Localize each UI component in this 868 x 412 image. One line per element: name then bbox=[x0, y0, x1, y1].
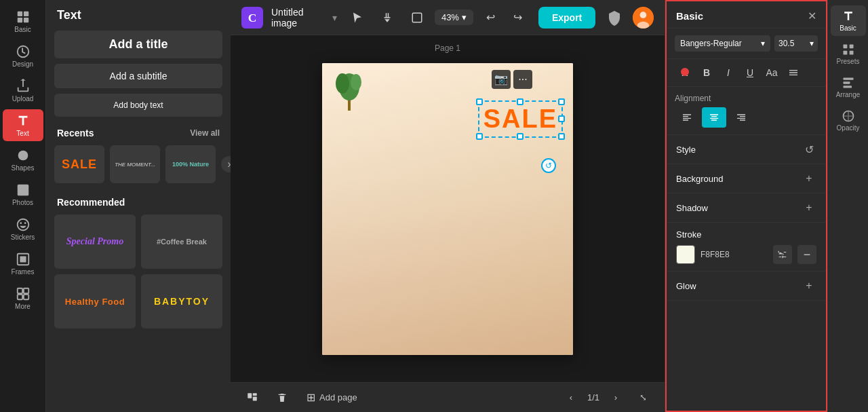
style-refresh-button[interactable]: ↺ bbox=[802, 142, 816, 157]
right-sidebar-basic[interactable]: Basic bbox=[831, 5, 866, 36]
page-next-button[interactable]: › bbox=[605, 387, 627, 409]
sidebar-item-templates[interactable]: Basic bbox=[3, 5, 43, 37]
align-right-button[interactable] bbox=[729, 107, 753, 128]
shield-icon bbox=[604, 7, 625, 29]
background-add-button[interactable]: + bbox=[802, 171, 816, 186]
delete-button[interactable] bbox=[271, 387, 293, 409]
right-sidebar-opacity[interactable]: Opacity bbox=[831, 105, 866, 136]
add-title-button[interactable]: Add a title bbox=[54, 31, 222, 58]
sidebar-item-shapes[interactable]: Shapes bbox=[3, 144, 43, 176]
font-family-value: Bangers-Regular bbox=[680, 39, 742, 48]
recommended-section-header: Recommended bbox=[46, 189, 231, 212]
right-sidebar-presets[interactable]: Presets bbox=[831, 39, 866, 69]
canvas-viewport[interactable]: Page 1 SALE bbox=[231, 35, 665, 382]
close-basic-panel-button[interactable]: ✕ bbox=[808, 10, 816, 22]
recents-label: Recents bbox=[57, 128, 94, 138]
right-sidebar-opacity-label: Opacity bbox=[837, 124, 860, 132]
sidebar-item-stickers[interactable]: Stickers bbox=[3, 213, 43, 245]
svg-rect-24 bbox=[253, 393, 257, 396]
rec-item-babytoy[interactable]: BABYTOY bbox=[141, 274, 222, 329]
export-button[interactable]: Export bbox=[538, 7, 595, 29]
underline-button[interactable]: U bbox=[740, 63, 760, 82]
svg-rect-12 bbox=[23, 295, 28, 299]
sidebar-item-design-label: Design bbox=[12, 60, 33, 68]
pan-tool-button[interactable] bbox=[375, 5, 399, 30]
align-left-button[interactable] bbox=[675, 107, 699, 128]
recent-item-moment[interactable]: THE MOMENT... bbox=[110, 145, 160, 183]
selection-handle-bm[interactable] bbox=[517, 133, 524, 140]
stroke-adjust-button[interactable] bbox=[773, 245, 792, 264]
canvas-element-toolbar: 📷 ··· bbox=[492, 70, 532, 89]
case-button[interactable]: Aa bbox=[762, 63, 782, 82]
background-section[interactable]: Background + bbox=[667, 164, 826, 193]
alignment-buttons bbox=[675, 107, 818, 128]
view-all-link[interactable]: View all bbox=[190, 128, 220, 138]
sidebar-item-text[interactable]: Text bbox=[3, 109, 43, 141]
style-section[interactable]: Style ↺ bbox=[667, 135, 826, 164]
undo-button[interactable]: ↩ bbox=[479, 5, 503, 30]
add-page-icon-button[interactable] bbox=[241, 387, 263, 409]
canvas-frame[interactable]: SALE ↺ 📷 ··· bbox=[322, 63, 573, 355]
rec-item-coffee-break[interactable]: #Coffee Break bbox=[141, 214, 222, 269]
redo-button[interactable]: ↪ bbox=[506, 5, 530, 30]
document-title[interactable]: Untitled image ▾ bbox=[271, 7, 337, 29]
add-subtitle-button[interactable]: Add a subtitle bbox=[54, 64, 222, 88]
sidebar-item-design[interactable]: Design bbox=[3, 40, 43, 72]
svg-point-21 bbox=[336, 73, 349, 94]
bottom-bar: ⊞ Add page ‹ 1/1 › ⤡ bbox=[231, 382, 665, 412]
selection-handle-mr[interactable] bbox=[558, 115, 565, 122]
glow-section[interactable]: Glow + bbox=[667, 271, 826, 301]
selection-handle-br[interactable] bbox=[558, 133, 565, 140]
text-color-button[interactable]: A bbox=[675, 63, 695, 82]
right-sidebar-basic-label: Basic bbox=[840, 24, 856, 32]
stroke-color-swatch[interactable] bbox=[676, 245, 695, 264]
svg-rect-9 bbox=[17, 288, 22, 293]
spacing-button[interactable] bbox=[783, 63, 804, 82]
canvas-more-icon[interactable]: ··· bbox=[513, 70, 532, 89]
svg-rect-29 bbox=[849, 51, 853, 55]
selection-handle-tr[interactable] bbox=[558, 98, 565, 105]
stroke-remove-button[interactable]: − bbox=[797, 245, 816, 264]
sidebar-item-photos[interactable]: Photos bbox=[3, 179, 43, 210]
svg-rect-2 bbox=[17, 18, 22, 22]
recent-item-nature[interactable]: 100% Nature bbox=[165, 145, 216, 183]
rec-healthy-food-text: Healthy Food bbox=[65, 297, 125, 307]
background-label: Background bbox=[676, 174, 723, 184]
right-sidebar-arrange[interactable]: Arrange bbox=[831, 72, 866, 102]
sidebar-item-more-label: More bbox=[15, 303, 31, 310]
recent-item-sale[interactable]: SALE bbox=[54, 145, 104, 183]
italic-button[interactable]: I bbox=[718, 63, 738, 82]
bold-button[interactable]: B bbox=[696, 63, 717, 82]
user-avatar[interactable] bbox=[633, 7, 654, 29]
sidebar-item-more[interactable]: More bbox=[3, 282, 43, 314]
svg-rect-32 bbox=[843, 86, 852, 88]
rec-item-healthy-food[interactable]: Healthy Food bbox=[54, 274, 136, 329]
sidebar-item-upload-label: Upload bbox=[12, 95, 34, 102]
expand-canvas-button[interactable]: ⤡ bbox=[632, 387, 654, 409]
selection-handle-tl[interactable] bbox=[476, 98, 483, 105]
canvas-image-icon[interactable]: 📷 bbox=[492, 70, 511, 89]
sidebar-item-upload[interactable]: Upload bbox=[3, 75, 43, 107]
selection-handle-tm[interactable] bbox=[517, 98, 524, 105]
rotate-handle[interactable]: ↺ bbox=[541, 158, 556, 173]
select-tool-button[interactable] bbox=[345, 5, 370, 30]
rec-item-special-promo[interactable]: Special Promo bbox=[54, 214, 136, 269]
recents-next-arrow[interactable]: › bbox=[221, 156, 231, 172]
shadow-label: Shadow bbox=[676, 203, 708, 213]
font-family-selector[interactable]: Bangers-Regular ▾ bbox=[675, 35, 770, 52]
sale-text-element[interactable]: SALE bbox=[478, 100, 563, 138]
add-page-button[interactable]: ⊞ Add page bbox=[301, 388, 363, 407]
glow-add-button[interactable]: + bbox=[802, 278, 816, 293]
page-prev-button[interactable]: ‹ bbox=[560, 387, 582, 409]
svg-rect-31 bbox=[843, 81, 850, 83]
selection-handle-bl[interactable] bbox=[476, 133, 483, 140]
basic-panel-title: Basic bbox=[676, 10, 703, 22]
frame-tool-button[interactable] bbox=[405, 5, 429, 30]
align-center-button[interactable] bbox=[702, 107, 726, 128]
shadow-section[interactable]: Shadow + bbox=[667, 193, 826, 223]
add-body-button[interactable]: Add body text bbox=[54, 94, 222, 117]
zoom-control[interactable]: 43% ▾ bbox=[435, 10, 473, 25]
font-size-selector[interactable]: 30.5 ▾ bbox=[774, 35, 818, 52]
shadow-add-button[interactable]: + bbox=[802, 200, 816, 215]
sidebar-item-frames[interactable]: Frames bbox=[3, 248, 43, 280]
